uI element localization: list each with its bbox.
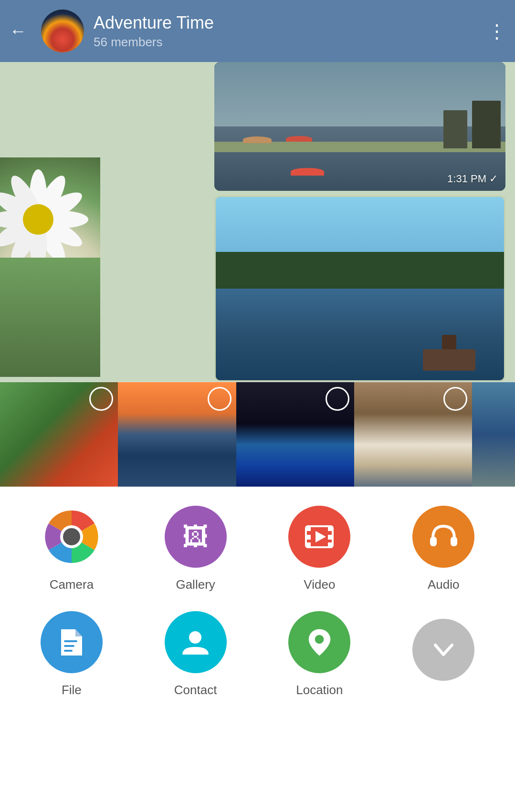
- camera-circle: [41, 506, 103, 568]
- camera-label: Camera: [50, 577, 94, 592]
- contact-icon: [180, 627, 211, 658]
- video-icon: [305, 522, 334, 551]
- svg-rect-22: [328, 542, 333, 547]
- actions-area: Camera 🖼 Gallery: [0, 487, 515, 736]
- audio-label: Audio: [428, 577, 460, 592]
- message-image-1: 1:31 PM ✓: [214, 62, 505, 191]
- svg-point-30: [315, 635, 324, 644]
- action-camera[interactable]: Camera: [21, 506, 122, 592]
- location-icon: [306, 627, 333, 658]
- action-more[interactable]: [393, 619, 494, 690]
- checkmark-icon: ✓: [489, 173, 498, 185]
- file-label: File: [62, 683, 82, 697]
- message-image-2: [214, 196, 505, 382]
- photo-thumb-2[interactable]: [118, 382, 236, 487]
- photo-strip: [0, 382, 515, 487]
- video-circle: [288, 506, 350, 568]
- contact-label: Contact: [174, 683, 217, 697]
- header-info: Adventure Time 56 members: [94, 12, 478, 50]
- audio-icon: [428, 521, 459, 552]
- svg-rect-19: [306, 542, 311, 547]
- gallery-circle: 🖼: [165, 506, 227, 568]
- action-audio[interactable]: Audio: [393, 506, 494, 592]
- selection-circle-4: [443, 387, 467, 411]
- back-button[interactable]: ←: [10, 21, 27, 41]
- svg-point-15: [63, 528, 80, 545]
- action-file[interactable]: File: [21, 611, 122, 697]
- file-circle: [41, 611, 103, 673]
- photo-thumb-3[interactable]: [236, 382, 354, 487]
- svg-rect-25: [451, 537, 457, 546]
- daisy-image: [0, 157, 100, 377]
- header: ← Adventure Time 56 members ⋮: [0, 0, 515, 62]
- audio-circle: [412, 506, 474, 568]
- action-video[interactable]: Video: [269, 506, 369, 592]
- member-count: 56 members: [94, 35, 478, 50]
- svg-marker-23: [315, 531, 326, 542]
- selection-circle-1: [89, 387, 113, 411]
- file-icon: [57, 627, 86, 658]
- chat-area: 1:31 PM ✓: [0, 62, 515, 382]
- message-time: 1:31 PM ✓: [447, 173, 498, 185]
- location-circle: [288, 611, 350, 673]
- svg-rect-17: [306, 526, 311, 531]
- svg-rect-24: [430, 537, 437, 546]
- photo-thumb-5[interactable]: [472, 382, 515, 487]
- svg-point-12: [23, 204, 53, 235]
- action-gallery[interactable]: 🖼 Gallery: [146, 506, 246, 592]
- chevron-down-icon: [431, 636, 457, 663]
- gallery-label: Gallery: [176, 577, 215, 592]
- selection-circle-3: [326, 387, 349, 411]
- chat-title: Adventure Time: [94, 12, 478, 33]
- svg-rect-18: [306, 535, 311, 540]
- location-label: Location: [296, 683, 343, 697]
- gallery-icon: 🖼: [182, 521, 209, 552]
- camera-icon: [41, 506, 103, 568]
- photo-thumb-1[interactable]: [0, 382, 118, 487]
- video-label: Video: [304, 577, 335, 592]
- svg-point-29: [189, 631, 201, 644]
- svg-rect-21: [328, 535, 333, 540]
- actions-row-1: Camera 🖼 Gallery: [10, 506, 505, 592]
- more-options-button[interactable]: ⋮: [487, 20, 505, 42]
- action-location[interactable]: Location: [269, 611, 369, 697]
- svg-rect-20: [328, 526, 333, 531]
- contact-circle: [165, 611, 227, 673]
- actions-row-2: File Contact Location: [10, 611, 505, 697]
- svg-rect-28: [64, 650, 73, 652]
- selection-circle-2: [208, 387, 231, 411]
- svg-rect-26: [64, 640, 77, 642]
- avatar[interactable]: [41, 10, 84, 52]
- more-circle: [412, 619, 474, 681]
- action-contact[interactable]: Contact: [146, 611, 246, 697]
- svg-rect-27: [64, 645, 74, 647]
- photo-thumb-4[interactable]: [354, 382, 472, 487]
